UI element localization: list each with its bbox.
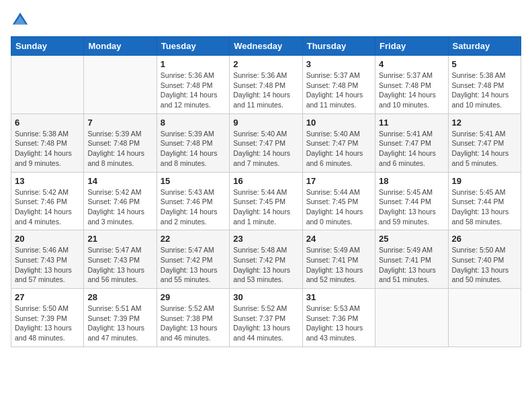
day-number: 6 [15, 118, 80, 128]
calendar-cell: 15Sunrise: 5:43 AMSunset: 7:46 PMDayligh… [157, 172, 229, 230]
calendar-week-5: 27Sunrise: 5:50 AMSunset: 7:39 PMDayligh… [11, 289, 521, 347]
day-number: 17 [306, 176, 371, 186]
day-info: Sunrise: 5:38 AMSunset: 7:48 PMDaylight:… [452, 71, 517, 110]
day-number: 12 [452, 118, 517, 128]
day-info: Sunrise: 5:52 AMSunset: 7:38 PMDaylight:… [161, 304, 226, 343]
calendar-cell: 18Sunrise: 5:45 AMSunset: 7:44 PMDayligh… [375, 172, 448, 230]
day-number: 1 [161, 59, 226, 69]
day-info: Sunrise: 5:47 AMSunset: 7:43 PMDaylight:… [87, 245, 152, 285]
calendar-cell: 16Sunrise: 5:44 AMSunset: 7:45 PMDayligh… [230, 172, 302, 230]
calendar-cell: 20Sunrise: 5:46 AMSunset: 7:43 PMDayligh… [11, 230, 84, 289]
day-number: 21 [87, 234, 152, 244]
day-number: 30 [233, 292, 298, 302]
weekday-header-thursday: Thursday [302, 37, 375, 56]
calendar-cell: 14Sunrise: 5:42 AMSunset: 7:46 PMDayligh… [84, 172, 157, 230]
day-info: Sunrise: 5:36 AMSunset: 7:48 PMDaylight:… [161, 71, 226, 110]
day-number: 8 [161, 118, 226, 128]
calendar-cell: 30Sunrise: 5:52 AMSunset: 7:37 PMDayligh… [230, 289, 302, 347]
calendar-cell [375, 289, 448, 347]
calendar-cell: 24Sunrise: 5:49 AMSunset: 7:41 PMDayligh… [302, 230, 375, 289]
day-info: Sunrise: 5:46 AMSunset: 7:43 PMDaylight:… [15, 245, 80, 285]
day-number: 10 [306, 118, 371, 128]
calendar-cell: 3Sunrise: 5:37 AMSunset: 7:48 PMDaylight… [302, 56, 375, 114]
day-number: 16 [233, 176, 298, 186]
day-number: 26 [452, 234, 517, 244]
day-number: 5 [452, 59, 517, 69]
weekday-header-monday: Monday [84, 37, 157, 56]
day-number: 23 [233, 234, 298, 244]
day-info: Sunrise: 5:51 AMSunset: 7:39 PMDaylight:… [87, 304, 152, 343]
calendar-cell: 13Sunrise: 5:42 AMSunset: 7:46 PMDayligh… [11, 172, 84, 230]
calendar-cell: 21Sunrise: 5:47 AMSunset: 7:43 PMDayligh… [84, 230, 157, 289]
day-info: Sunrise: 5:42 AMSunset: 7:46 PMDaylight:… [15, 187, 80, 227]
day-info: Sunrise: 5:50 AMSunset: 7:39 PMDaylight:… [15, 304, 80, 343]
day-number: 24 [306, 234, 371, 244]
day-info: Sunrise: 5:36 AMSunset: 7:48 PMDaylight:… [233, 71, 298, 110]
day-number: 11 [379, 118, 444, 128]
day-number: 28 [87, 292, 152, 302]
day-number: 3 [306, 59, 371, 69]
calendar-cell: 17Sunrise: 5:44 AMSunset: 7:45 PMDayligh… [302, 172, 375, 230]
calendar-cell: 7Sunrise: 5:39 AMSunset: 7:48 PMDaylight… [84, 113, 157, 172]
calendar-cell: 29Sunrise: 5:52 AMSunset: 7:38 PMDayligh… [157, 289, 229, 347]
day-info: Sunrise: 5:49 AMSunset: 7:41 PMDaylight:… [379, 245, 444, 285]
day-info: Sunrise: 5:49 AMSunset: 7:41 PMDaylight:… [306, 245, 371, 285]
calendar-week-1: 1Sunrise: 5:36 AMSunset: 7:48 PMDaylight… [11, 56, 521, 114]
day-info: Sunrise: 5:50 AMSunset: 7:40 PMDaylight:… [452, 245, 517, 285]
day-info: Sunrise: 5:45 AMSunset: 7:44 PMDaylight:… [452, 187, 517, 227]
day-number: 4 [379, 59, 444, 69]
weekday-header-tuesday: Tuesday [157, 37, 229, 56]
day-info: Sunrise: 5:41 AMSunset: 7:47 PMDaylight:… [379, 129, 444, 169]
calendar-week-4: 20Sunrise: 5:46 AMSunset: 7:43 PMDayligh… [11, 230, 521, 289]
day-number: 2 [233, 59, 298, 69]
weekday-header-row: SundayMondayTuesdayWednesdayThursdayFrid… [11, 37, 521, 56]
day-info: Sunrise: 5:45 AMSunset: 7:44 PMDaylight:… [379, 187, 444, 227]
calendar-cell: 31Sunrise: 5:53 AMSunset: 7:36 PMDayligh… [302, 289, 375, 347]
weekday-header-saturday: Saturday [448, 37, 521, 56]
day-number: 14 [87, 176, 152, 186]
day-info: Sunrise: 5:38 AMSunset: 7:48 PMDaylight:… [15, 129, 80, 169]
weekday-header-wednesday: Wednesday [230, 37, 302, 56]
calendar-cell: 19Sunrise: 5:45 AMSunset: 7:44 PMDayligh… [448, 172, 521, 230]
day-info: Sunrise: 5:39 AMSunset: 7:48 PMDaylight:… [161, 129, 226, 169]
calendar-cell: 5Sunrise: 5:38 AMSunset: 7:48 PMDaylight… [448, 56, 521, 114]
day-info: Sunrise: 5:37 AMSunset: 7:48 PMDaylight:… [379, 71, 444, 110]
day-number: 18 [379, 176, 444, 186]
day-info: Sunrise: 5:53 AMSunset: 7:36 PMDaylight:… [306, 304, 371, 343]
day-info: Sunrise: 5:40 AMSunset: 7:47 PMDaylight:… [306, 129, 371, 169]
calendar-cell: 12Sunrise: 5:41 AMSunset: 7:47 PMDayligh… [448, 113, 521, 172]
day-info: Sunrise: 5:43 AMSunset: 7:46 PMDaylight:… [161, 187, 226, 227]
weekday-header-friday: Friday [375, 37, 448, 56]
calendar-cell [11, 56, 84, 114]
day-number: 29 [161, 292, 226, 302]
logo [11, 11, 32, 30]
day-number: 20 [15, 234, 80, 244]
day-info: Sunrise: 5:48 AMSunset: 7:42 PMDaylight:… [233, 245, 298, 285]
weekday-header-sunday: Sunday [11, 37, 84, 56]
day-number: 15 [161, 176, 226, 186]
day-number: 31 [306, 292, 371, 302]
day-info: Sunrise: 5:40 AMSunset: 7:47 PMDaylight:… [233, 129, 298, 169]
day-info: Sunrise: 5:44 AMSunset: 7:45 PMDaylight:… [233, 187, 298, 227]
day-number: 25 [379, 234, 444, 244]
calendar-cell: 23Sunrise: 5:48 AMSunset: 7:42 PMDayligh… [230, 230, 302, 289]
calendar-cell: 10Sunrise: 5:40 AMSunset: 7:47 PMDayligh… [302, 113, 375, 172]
calendar-cell: 9Sunrise: 5:40 AMSunset: 7:47 PMDaylight… [230, 113, 302, 172]
day-info: Sunrise: 5:42 AMSunset: 7:46 PMDaylight:… [87, 187, 152, 227]
calendar-week-3: 13Sunrise: 5:42 AMSunset: 7:46 PMDayligh… [11, 172, 521, 230]
day-info: Sunrise: 5:39 AMSunset: 7:48 PMDaylight:… [87, 129, 152, 169]
page-header [11, 11, 521, 30]
day-info: Sunrise: 5:47 AMSunset: 7:42 PMDaylight:… [161, 245, 226, 285]
day-info: Sunrise: 5:41 AMSunset: 7:47 PMDaylight:… [452, 129, 517, 169]
calendar-cell: 26Sunrise: 5:50 AMSunset: 7:40 PMDayligh… [448, 230, 521, 289]
logo-icon [11, 11, 30, 30]
calendar-cell: 25Sunrise: 5:49 AMSunset: 7:41 PMDayligh… [375, 230, 448, 289]
calendar-week-2: 6Sunrise: 5:38 AMSunset: 7:48 PMDaylight… [11, 113, 521, 172]
calendar-cell: 27Sunrise: 5:50 AMSunset: 7:39 PMDayligh… [11, 289, 84, 347]
calendar-table: SundayMondayTuesdayWednesdayThursdayFrid… [11, 36, 521, 347]
calendar-cell: 4Sunrise: 5:37 AMSunset: 7:48 PMDaylight… [375, 56, 448, 114]
day-number: 9 [233, 118, 298, 128]
day-number: 27 [15, 292, 80, 302]
calendar-cell: 11Sunrise: 5:41 AMSunset: 7:47 PMDayligh… [375, 113, 448, 172]
calendar-cell: 8Sunrise: 5:39 AMSunset: 7:48 PMDaylight… [157, 113, 229, 172]
